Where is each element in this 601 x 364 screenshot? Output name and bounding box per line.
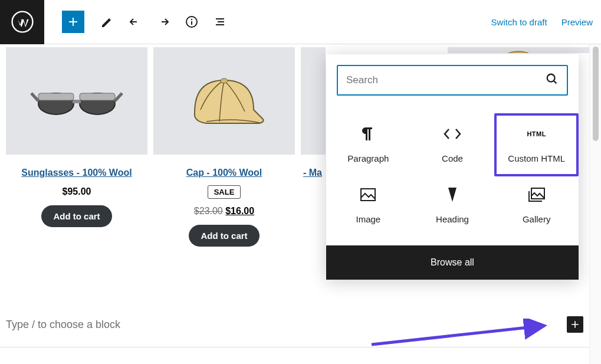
- toolbar-right: Switch to draft Preview: [491, 17, 601, 27]
- block-item-heading[interactable]: Heading: [410, 176, 495, 235]
- block-item-paragraph[interactable]: Paragraph: [326, 113, 410, 176]
- block-grid: Paragraph Code HTML Custom HTML Image He…: [326, 106, 579, 245]
- edit-icon[interactable]: [93, 8, 121, 36]
- scrollbar-thumb[interactable]: [593, 47, 599, 141]
- image-icon: [360, 187, 376, 202]
- block-label: Custom HTML: [508, 153, 565, 163]
- search-icon: [546, 73, 559, 88]
- scrollbar[interactable]: [589, 44, 601, 364]
- block-label: Heading: [436, 214, 469, 224]
- outline-icon[interactable]: [206, 8, 234, 36]
- block-item-custom-html[interactable]: HTML Custom HTML: [494, 113, 579, 176]
- product-price: $95.00: [63, 186, 91, 197]
- add-to-cart-button[interactable]: Add to cart: [189, 225, 259, 247]
- svg-rect-6: [73, 100, 81, 103]
- svg-point-11: [547, 74, 555, 82]
- search-box[interactable]: [337, 65, 568, 96]
- sale-badge: SALE: [208, 185, 241, 199]
- wordpress-logo[interactable]: [0, 0, 44, 44]
- paragraph-icon: [361, 126, 375, 142]
- product-image[interactable]: [153, 47, 295, 155]
- svg-rect-3: [191, 21, 192, 25]
- block-label: Gallery: [523, 214, 551, 224]
- add-to-cart-button[interactable]: Add to cart: [41, 205, 111, 227]
- block-label: Image: [356, 214, 380, 224]
- product-price-row: $23.00 $16.00: [194, 206, 254, 217]
- product-card-sunglasses: Sunglasses - 100% Wool $95.00 Add to car…: [6, 47, 147, 247]
- product-old-price: $23.00: [194, 206, 223, 216]
- block-inserter-popup: Paragraph Code HTML Custom HTML Image He…: [326, 54, 579, 280]
- editor-toolbar: Switch to draft Preview: [0, 0, 601, 44]
- svg-rect-7: [38, 93, 74, 100]
- svg-point-9: [221, 78, 228, 83]
- svg-point-2: [191, 19, 192, 20]
- product-new-price: $16.00: [225, 206, 254, 216]
- svg-point-10: [504, 51, 533, 53]
- divider: [0, 347, 589, 347]
- preview-link[interactable]: Preview: [561, 17, 593, 27]
- search-input[interactable]: [346, 74, 546, 86]
- add-block-button[interactable]: [62, 11, 84, 33]
- code-icon: [444, 126, 461, 142]
- heading-icon: [447, 187, 458, 202]
- undo-icon[interactable]: [121, 8, 149, 36]
- redo-icon[interactable]: [149, 8, 178, 36]
- html-icon: HTML: [527, 126, 546, 142]
- switch-to-draft-link[interactable]: Switch to draft: [491, 17, 547, 27]
- product-card-partial: - Ma: [301, 47, 326, 247]
- toolbar-tools: [93, 8, 234, 36]
- block-label: Code: [442, 153, 463, 163]
- block-item-gallery[interactable]: Gallery: [494, 176, 579, 235]
- product-title-link[interactable]: - Ma: [303, 168, 322, 178]
- block-item-image[interactable]: Image: [326, 176, 410, 235]
- product-image[interactable]: [301, 47, 326, 155]
- block-prompt-bar: Type / to choose a block: [0, 316, 589, 333]
- search-wrap: [326, 54, 579, 106]
- info-icon[interactable]: [178, 8, 206, 36]
- svg-rect-8: [80, 93, 115, 100]
- product-title-link[interactable]: Cap - 100% Wool: [186, 168, 262, 178]
- product-image[interactable]: [6, 47, 147, 155]
- product-title-link[interactable]: Sunglasses - 100% Wool: [21, 168, 132, 178]
- browse-all-button[interactable]: Browse all: [326, 245, 579, 280]
- product-image[interactable]: [448, 47, 589, 53]
- prompt-text[interactable]: Type / to choose a block: [6, 319, 567, 331]
- product-card-cap: Cap - 100% Wool SALE $23.00 $16.00 Add t…: [153, 47, 295, 247]
- inline-add-block-button[interactable]: [567, 316, 583, 333]
- block-item-code[interactable]: Code: [410, 113, 495, 176]
- gallery-icon: [528, 187, 545, 202]
- block-label: Paragraph: [347, 153, 389, 163]
